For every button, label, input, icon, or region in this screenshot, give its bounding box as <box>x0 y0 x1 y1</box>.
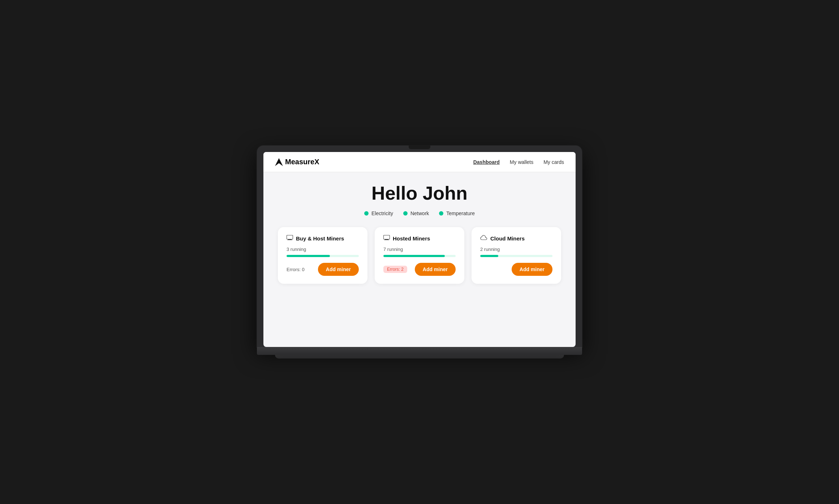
cloud-footer: Add miner <box>480 263 552 276</box>
svg-marker-0 <box>275 158 283 166</box>
network-label: Network <box>410 210 429 216</box>
buy-host-errors: Errors: 0 <box>287 267 305 272</box>
laptop-foot <box>275 355 564 359</box>
card-hosted: Hosted Miners 7 running Errors: 2 Add mi… <box>375 227 464 284</box>
electricity-dot <box>364 211 369 216</box>
hosted-add-btn[interactable]: Add miner <box>415 263 456 276</box>
hosted-errors-badge: Errors: 2 <box>383 266 407 273</box>
cloud-progress-fill <box>480 255 498 257</box>
buy-host-progress-track <box>287 255 359 257</box>
cloud-progress-track <box>480 255 552 257</box>
buy-host-icon <box>287 235 293 242</box>
logo: MeasureX <box>275 158 319 166</box>
logo-icon <box>275 158 283 166</box>
temperature-dot <box>439 211 443 216</box>
temperature-label: Temperature <box>446 210 475 216</box>
brand-name: MeasureX <box>285 158 319 166</box>
cloud-icon <box>480 235 487 242</box>
status-indicators-row: Electricity Network Temperature <box>278 210 561 216</box>
buy-host-footer: Errors: 0 Add miner <box>287 263 359 276</box>
laptop-screen: MeasureX Dashboard My wallets My cards H… <box>263 152 576 347</box>
status-network: Network <box>403 210 429 216</box>
hosted-running: 7 running <box>383 247 456 252</box>
network-dot <box>403 211 408 216</box>
greeting-heading: Hello John <box>278 182 561 204</box>
card-buy-host: Buy & Host Miners 3 running Errors: 0 Ad… <box>278 227 367 284</box>
svg-rect-1 <box>287 235 293 239</box>
electricity-label: Electricity <box>371 210 393 216</box>
hosted-footer: Errors: 2 Add miner <box>383 263 456 276</box>
status-temperature: Temperature <box>439 210 475 216</box>
laptop-frame: MeasureX Dashboard My wallets My cards H… <box>257 145 582 359</box>
nav-wallets[interactable]: My wallets <box>510 159 533 165</box>
status-electricity: Electricity <box>364 210 393 216</box>
hosted-progress-track <box>383 255 456 257</box>
card-buy-host-title: Buy & Host Miners <box>296 235 344 242</box>
app-header: MeasureX Dashboard My wallets My cards <box>263 152 576 172</box>
main-nav: Dashboard My wallets My cards <box>473 159 564 165</box>
svg-rect-2 <box>288 239 292 240</box>
main-content: Hello John Electricity Network Tempe <box>263 172 576 347</box>
svg-rect-3 <box>287 240 292 240</box>
card-cloud-title: Cloud Miners <box>490 235 525 242</box>
card-cloud-header: Cloud Miners <box>480 235 552 242</box>
nav-dashboard[interactable]: Dashboard <box>473 159 500 165</box>
buy-host-add-btn[interactable]: Add miner <box>318 263 359 276</box>
svg-rect-5 <box>385 239 388 240</box>
hosted-icon <box>383 235 390 242</box>
hosted-progress-fill <box>383 255 445 257</box>
card-hosted-header: Hosted Miners <box>383 235 456 242</box>
app-container: MeasureX Dashboard My wallets My cards H… <box>263 152 576 347</box>
svg-rect-4 <box>384 235 390 239</box>
svg-rect-6 <box>384 240 389 240</box>
card-cloud: Cloud Miners 2 running Add miner <box>472 227 561 284</box>
cards-grid: Buy & Host Miners 3 running Errors: 0 Ad… <box>278 227 561 284</box>
cloud-running: 2 running <box>480 247 552 252</box>
screen-bezel: MeasureX Dashboard My wallets My cards H… <box>257 145 582 347</box>
nav-cards[interactable]: My cards <box>543 159 564 165</box>
buy-host-progress-fill <box>287 255 330 257</box>
card-buy-host-header: Buy & Host Miners <box>287 235 359 242</box>
cloud-add-btn[interactable]: Add miner <box>512 263 552 276</box>
buy-host-running: 3 running <box>287 247 359 252</box>
laptop-bottom-bar <box>257 347 582 355</box>
card-hosted-title: Hosted Miners <box>393 235 430 242</box>
camera-notch <box>409 145 430 149</box>
